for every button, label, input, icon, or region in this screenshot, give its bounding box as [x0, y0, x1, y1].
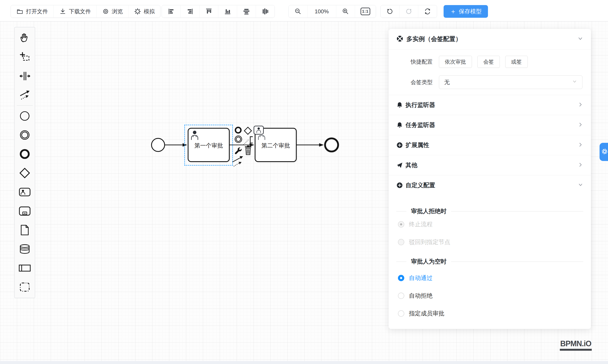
lasso-tool[interactable]: [14, 48, 35, 66]
connect-tool-button[interactable]: [231, 155, 245, 169]
create-intermediate-event[interactable]: [14, 126, 35, 144]
bpmn-editor: 打开文件 下载文件 浏览 模拟 100%: [0, 0, 608, 364]
create-data-store[interactable]: [14, 240, 35, 259]
reset-zoom-button[interactable]: 1:1: [355, 5, 376, 17]
create-end-event[interactable]: [14, 144, 35, 164]
quick-config-label: 快捷配置: [397, 58, 433, 65]
task-label: 第二个审批: [261, 142, 290, 149]
section-execution-listener[interactable]: 执行监听器: [389, 95, 591, 115]
redo-icon: [405, 8, 412, 15]
chevron-down-icon: [572, 79, 577, 86]
chevron-right-icon: [578, 162, 583, 168]
quick-option-sequential[interactable]: 依次审批: [439, 56, 472, 68]
quick-option-orsign[interactable]: 或签: [505, 56, 528, 68]
end-event[interactable]: [325, 138, 338, 152]
sign-type-value: 无: [444, 78, 450, 86]
radio-assign-member[interactable]: 指定成员审批: [389, 305, 591, 322]
radio-return-to-node[interactable]: 驳回到指定节点: [389, 233, 591, 251]
section-custom-config[interactable]: 自定义配置: [389, 175, 591, 195]
person-icon: [190, 130, 199, 141]
preview-label: 浏览: [112, 8, 123, 15]
align-top-button[interactable]: [199, 5, 218, 17]
section-other[interactable]: 其他: [389, 155, 591, 175]
toolbar: 打开文件 下载文件 浏览 模拟 100%: [0, 0, 608, 21]
create-start-event[interactable]: [14, 106, 35, 126]
align-bottom-icon: [224, 8, 231, 15]
align-middle-button[interactable]: [256, 5, 275, 17]
append-end-event-button[interactable]: [234, 126, 242, 135]
refresh-icon: [424, 8, 431, 15]
zoom-level: 100%: [307, 5, 336, 17]
append-user-task-button[interactable]: [254, 126, 264, 135]
download-file-label: 下载文件: [69, 8, 91, 15]
align-left-icon: [167, 8, 175, 15]
plus-icon: ＋: [450, 8, 456, 14]
align-right-button[interactable]: [181, 5, 199, 17]
user-task-1[interactable]: 第一个审批: [188, 128, 230, 162]
cpu-icon: [134, 8, 141, 15]
download-icon: [59, 8, 66, 15]
reset-zoom-icon: 1:1: [360, 8, 370, 15]
radio-auto-pass[interactable]: 自动通过: [389, 269, 591, 287]
start-event[interactable]: [152, 138, 165, 152]
bell-icon: [396, 102, 403, 108]
save-model-label: 保存模型: [459, 8, 482, 15]
undo-button[interactable]: [381, 5, 399, 17]
sign-type-select[interactable]: 无: [439, 75, 582, 89]
redo-button[interactable]: [399, 5, 418, 17]
align-right-icon: [186, 8, 194, 15]
task-label: 第一个审批: [194, 142, 223, 149]
sequence-flow-1[interactable]: [165, 143, 187, 147]
simulate-label: 模拟: [144, 8, 155, 15]
sequence-flow-3[interactable]: [297, 143, 324, 147]
undo-icon: [386, 8, 394, 15]
zoom-out-button[interactable]: [289, 5, 307, 17]
align-left-button[interactable]: [162, 5, 181, 17]
create-gateway[interactable]: [14, 164, 35, 182]
save-model-button[interactable]: ＋ 保存模型: [444, 5, 488, 18]
create-user-task[interactable]: [14, 182, 35, 202]
divider: [451, 261, 583, 262]
divider: [451, 211, 583, 211]
plus-circle-icon: [396, 142, 403, 148]
append-gateway-button[interactable]: [243, 126, 252, 136]
create-data-object[interactable]: [14, 221, 35, 240]
open-file-label: 打开文件: [26, 8, 48, 15]
palette: [14, 27, 35, 298]
space-tool[interactable]: [14, 66, 35, 86]
settings-tab[interactable]: [600, 143, 608, 161]
global-connect-tool[interactable]: [14, 86, 35, 104]
create-participant-pool[interactable]: [14, 259, 35, 278]
panel-header[interactable]: 多实例（会签配置）: [389, 29, 591, 49]
reject-heading: 审批人拒绝时: [389, 207, 591, 216]
simulate-button[interactable]: 模拟: [129, 5, 160, 17]
section-task-listener[interactable]: 任务监听器: [389, 115, 591, 135]
append-intermediate-event-button[interactable]: [234, 135, 243, 144]
zoom-in-button[interactable]: [336, 5, 355, 17]
file-button-group: 打开文件 下载文件 浏览 模拟: [11, 5, 160, 18]
radio-icon: [398, 275, 404, 281]
multi-instance-icon: [396, 35, 403, 43]
align-bottom-button[interactable]: [218, 5, 237, 17]
section-extended-properties[interactable]: 扩展属性: [389, 135, 591, 155]
wrench-icon[interactable]: [233, 146, 243, 156]
refresh-button[interactable]: [418, 5, 437, 17]
hand-tool[interactable]: [14, 28, 35, 48]
send-icon: [396, 162, 403, 169]
radio-terminate-process[interactable]: 终止流程: [389, 216, 591, 233]
palette-separator: [17, 105, 33, 106]
quick-option-countersign[interactable]: 会签: [477, 56, 500, 68]
bpmn-io-logo[interactable]: BPMN.iO: [560, 339, 592, 351]
folder-icon: [16, 8, 24, 15]
delete-button[interactable]: [243, 145, 253, 157]
open-file-button[interactable]: 打开文件: [11, 5, 54, 17]
download-file-button[interactable]: 下载文件: [54, 5, 97, 17]
create-subprocess[interactable]: [14, 202, 35, 221]
chevron-down-icon: [577, 36, 583, 42]
sign-type-label: 会签类型: [397, 78, 433, 86]
align-center-button[interactable]: [237, 5, 256, 17]
create-group[interactable]: [14, 278, 35, 297]
preview-button[interactable]: 浏览: [97, 5, 129, 17]
plus-circle-icon: [396, 182, 403, 189]
radio-auto-reject[interactable]: 自动拒绝: [389, 287, 591, 305]
